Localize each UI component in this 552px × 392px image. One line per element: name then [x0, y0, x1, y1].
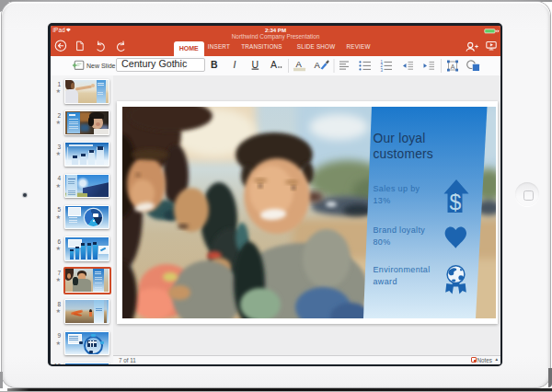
svg-text:B: B [211, 59, 218, 70]
svg-text:A: A [315, 60, 321, 70]
svg-text:3: 3 [381, 68, 384, 73]
svg-text:A: A [296, 59, 303, 69]
svg-text:U: U [252, 59, 259, 70]
svg-text:A: A [451, 63, 455, 70]
svg-text:$: $ [450, 190, 462, 214]
svg-text:I: I [234, 59, 236, 70]
svg-text:A: A [270, 59, 277, 70]
